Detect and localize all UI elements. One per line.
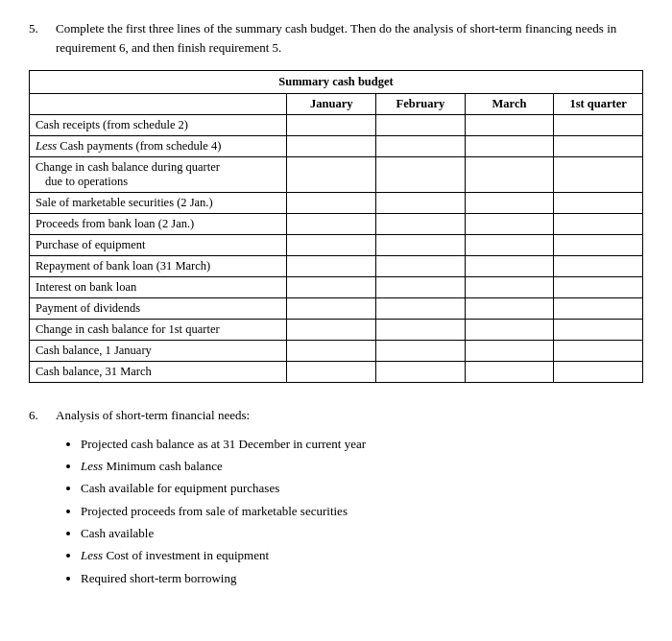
row-payment-dividends-jan: [287, 298, 376, 320]
list-item: Cash available for equipment purchases: [81, 477, 643, 499]
row-cash-bal-31mar-label: Cash balance, 31 March: [30, 362, 287, 383]
table-header-row: January February March 1st quarter: [30, 94, 643, 115]
row-purchase-equip-label: Purchase of equipment: [30, 235, 287, 256]
row-cash-receipts-mar: [465, 115, 554, 136]
table-row: Proceeds from bank loan (2 Jan.): [30, 214, 643, 235]
question-6-bullets: Projected cash balance as at 31 December…: [81, 433, 643, 590]
row-proceeds-bank-feb: [376, 214, 466, 235]
table-caption: Summary cash budget: [30, 71, 643, 94]
row-repayment-bank-label: Repayment of bank loan (31 March): [30, 256, 287, 277]
row-sale-marketable-q1: [554, 193, 643, 214]
list-item: Projected proceeds from sale of marketab…: [81, 500, 643, 522]
row-purchase-equip-mar: [465, 235, 554, 256]
row-less-cash-payments-q1: [554, 136, 643, 157]
row-repayment-bank-mar: [465, 256, 554, 277]
row-cash-receipts-q1: [554, 115, 643, 136]
question-5-number: 5.: [29, 19, 48, 57]
table-row: Payment of dividends: [30, 298, 643, 320]
row-interest-bank-feb: [376, 277, 466, 298]
row-sale-marketable-label: Sale of marketable securities (2 Jan.): [30, 193, 287, 214]
bullet-2-text: Minimum cash balance: [106, 459, 222, 473]
row-less-cash-payments-label: Less Cash payments (from schedule 4): [30, 136, 287, 157]
row-cash-bal-31mar-mar: [465, 362, 554, 383]
row-change-cash-line2: due to operations: [36, 175, 128, 188]
row-proceeds-bank-mar: [465, 214, 554, 235]
row-change-cash-feb: [376, 157, 466, 193]
row-proceeds-bank-label: Proceeds from bank loan (2 Jan.): [30, 214, 287, 235]
table-caption-row: Summary cash budget: [30, 71, 643, 94]
row-repayment-bank-feb: [376, 256, 466, 277]
row-cash-bal-31mar-feb: [376, 362, 466, 383]
row-payment-dividends-q1: [554, 298, 643, 320]
question-5-header: 5. Complete the first three lines of the…: [29, 19, 643, 57]
row-cash-receipts-label: Cash receipts (from schedule 2): [30, 115, 287, 136]
list-item: Less Cost of investment in equipment: [81, 544, 643, 566]
bullet-6-text: Cost of investment in equipment: [106, 548, 269, 562]
bullet-6-italic: Less: [81, 548, 103, 562]
bullet-7-text: Required short-term borrowing: [81, 571, 236, 585]
row-less-cash-payments-mar: [465, 136, 554, 157]
bullet-3-text: Cash available for equipment purchases: [81, 481, 279, 495]
col-header-february: February: [376, 94, 466, 115]
row-change-1stquarter-mar: [465, 320, 554, 341]
question-6-block: 6. Analysis of short-term financial need…: [29, 406, 643, 589]
table-row: Change in cash balance for 1st quarter: [30, 320, 643, 341]
table-row: Less Cash payments (from schedule 4): [30, 136, 643, 157]
table-row: Change in cash balance during quarter du…: [30, 157, 643, 193]
row-change-cash-line1: Change in cash balance during quarter: [36, 160, 220, 174]
col-header-march: March: [465, 94, 554, 115]
row-change-1stquarter-q1: [554, 320, 643, 341]
row-change-cash-mar: [465, 157, 554, 193]
list-item: Cash available: [81, 522, 643, 544]
table-row: Cash receipts (from schedule 2): [30, 115, 643, 136]
table-row: Interest on bank loan: [30, 277, 643, 298]
row-change-1stquarter-feb: [376, 320, 466, 341]
row-proceeds-bank-jan: [287, 214, 376, 235]
row-payment-dividends-mar: [465, 298, 554, 320]
table-row: Cash balance, 31 March: [30, 362, 643, 383]
row-payment-dividends-feb: [376, 298, 466, 320]
row-change-1stquarter-jan: [287, 320, 376, 341]
bullet-2-italic: Less: [81, 459, 103, 473]
row-cash-bal-31mar-q1: [554, 362, 643, 383]
row-change-1stquarter-label: Change in cash balance for 1st quarter: [30, 320, 287, 341]
row-purchase-equip-jan: [287, 235, 376, 256]
row-interest-bank-label: Interest on bank loan: [30, 277, 287, 298]
row-cash-bal-1jan-mar: [465, 341, 554, 362]
bullet-4-text: Projected proceeds from sale of marketab…: [81, 504, 348, 518]
row-cash-receipts-feb: [376, 115, 466, 136]
bullet-1-text: Projected cash balance as at 31 December…: [81, 437, 366, 451]
row-cash-bal-31mar-jan: [287, 362, 376, 383]
row-interest-bank-q1: [554, 277, 643, 298]
row-proceeds-bank-q1: [554, 214, 643, 235]
row-purchase-equip-q1: [554, 235, 643, 256]
row-cash-bal-1jan-feb: [376, 341, 466, 362]
row-sale-marketable-jan: [287, 193, 376, 214]
col-header-january: January: [287, 94, 376, 115]
question-5-block: 5. Complete the first three lines of the…: [29, 19, 643, 383]
col-header-1stquarter: 1st quarter: [554, 94, 643, 115]
question-6-number: 6.: [29, 406, 48, 425]
row-less-cash-payments-feb: [376, 136, 466, 157]
row-purchase-equip-feb: [376, 235, 466, 256]
less-italic: Less: [36, 139, 57, 153]
list-item: Less Minimum cash balance: [81, 455, 643, 477]
row-cash-receipts-jan: [287, 115, 376, 136]
row-cash-bal-1jan-q1: [554, 341, 643, 362]
table-row: Sale of marketable securities (2 Jan.): [30, 193, 643, 214]
bullet-5-text: Cash available: [81, 526, 154, 540]
question-5-text: Complete the first three lines of the su…: [56, 19, 643, 57]
row-change-cash-balance-label: Change in cash balance during quarter du…: [30, 157, 287, 193]
row-change-cash-q1: [554, 157, 643, 193]
row-sale-marketable-feb: [376, 193, 466, 214]
table-row: Repayment of bank loan (31 March): [30, 256, 643, 277]
row-payment-dividends-label: Payment of dividends: [30, 298, 287, 320]
row-change-cash-jan: [287, 157, 376, 193]
table-row: Cash balance, 1 January: [30, 341, 643, 362]
list-item: Required short-term borrowing: [81, 567, 643, 589]
list-item: Projected cash balance as at 31 December…: [81, 433, 643, 455]
row-less-cash-payments-jan: [287, 136, 376, 157]
row-interest-bank-mar: [465, 277, 554, 298]
row-cash-bal-1jan-label: Cash balance, 1 January: [30, 341, 287, 362]
question-6-text: Analysis of short-term financial needs:: [56, 406, 643, 425]
